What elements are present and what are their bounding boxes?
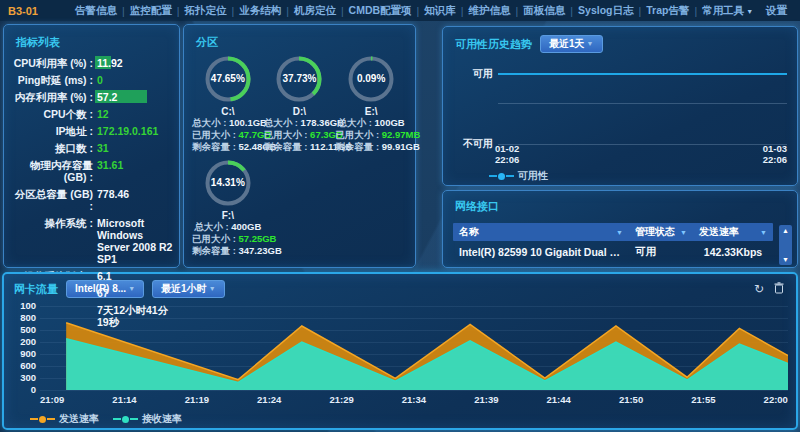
partition-row-label: 已用大小 : [264,129,310,140]
partition-percent: 37.73% [273,73,325,84]
metric-label: 操作系统 : [10,217,97,229]
partition-donut-chart: 47.65% [202,53,254,105]
nav-item-5[interactable]: CMDB配置项 [344,4,417,18]
dashboard: B3-01 告警信息|监控配置|拓扑定位|业务结构|机房定位|CMDB配置项|知… [0,0,800,432]
metric-label: IP地址 : [10,125,97,137]
availability-panel-title: 可用性历史趋势 [455,37,532,52]
metric-value: 31 [97,142,173,154]
scroll-up-icon[interactable]: ▲ [782,227,789,234]
partition-used-row: 已用大小 : 57.25GB [192,233,264,245]
nav-item-settings[interactable]: 设置 [758,4,792,18]
column-header-label: 管理状态 [635,225,675,239]
metrics-panel: 指标列表 CPU利用率 (%) :11.92Ping时延 (ms) :0内存利用… [3,24,180,268]
refresh-icon[interactable]: ↻ [754,283,764,295]
x-tick-label: 21:24 [257,394,281,405]
metric-label: 接口数 : [10,142,97,154]
scroll-down-icon[interactable]: ▼ [782,256,789,263]
y-tick-label: 800 [8,313,36,323]
traffic-range-label: 最近1小时 [161,283,207,295]
table-scrollbar[interactable]: ▲ ▼ [779,225,792,265]
partition-card-2: 0.09%E:\总大小 : 100GB已用大小 : 92.97MB剩余容量 : … [335,53,407,153]
traffic-range-dropdown[interactable]: 最近1小时 ▼ [152,280,225,298]
nav-item-10[interactable]: Trap告警 [641,4,694,18]
interfaces-table: 名称▼管理状态▼发送速率▼Intel(R) 82599 10 Gigabit D… [453,223,773,263]
traffic-legend-item-1[interactable]: 接收速率 [113,412,182,426]
x-tick-label: 21:44 [547,394,571,405]
partition-row-value: 347.23GB [238,245,281,256]
legend-line-icon [489,175,497,177]
partition-row-label: 已用大小 : [335,129,381,140]
partition-row-value: 400GB [231,221,261,232]
column-header-0[interactable]: 名称▼ [453,225,629,239]
metric-row-4: IP地址 :172.19.0.161 [10,125,173,137]
partition-percent: 14.31% [202,177,254,188]
metric-value-text: 67 [97,287,109,299]
metric-row-7: 分区总容量 (GB) :778.46 [10,188,173,212]
partition-card-0: 47.65%C:\总大小 : 100.1GB已用大小 : 47.7GB剩余容量 … [192,53,264,153]
partition-percent: 0.09% [345,73,397,84]
nav-item-3[interactable]: 业务结构 [234,4,286,18]
y-tick-label: 500 [8,325,36,335]
trash-icon[interactable] [774,282,784,296]
availability-x-end: 01-0322:06 [763,143,787,165]
partition-free-row: 剩余容量 : 347.23GB [192,245,264,257]
traffic-chart [40,306,788,390]
availability-up-label: 可用 [453,67,498,81]
nav-item-4[interactable]: 机房定位 [289,4,341,18]
metric-label: CPU个数 : [10,108,97,120]
nav-item-tools[interactable]: 常用工具▼ [697,4,758,18]
metric-value-text: 12 [97,108,109,120]
partition-total-row: 总大小 : 178.36GB [264,117,336,129]
nav-item-1[interactable]: 监控配置 [125,4,177,18]
chevron-down-icon: ▼ [128,283,135,295]
column-header-2[interactable]: 发送速率▼ [693,225,773,239]
partitions-panel: 分区 47.65%C:\总大小 : 100.1GB已用大小 : 47.7GB剩余… [183,24,416,268]
availability-legend-item[interactable]: 可用性 [489,169,548,183]
interface-row-0[interactable]: Intel(R) 82599 10 Gigabit Dual Port Netw… [453,241,773,263]
partition-donut-chart: 14.31% [202,157,254,209]
availability-range-label: 最近1天 [549,38,585,50]
nav-item-2[interactable]: 拓扑定位 [179,4,231,18]
partition-percent: 47.65% [202,73,254,84]
metric-row-1: Ping时延 (ms) :0 [10,74,173,86]
metric-value-text: 172.19.0.161 [97,125,158,137]
interface-name: Intel(R) 82599 10 Gigabit Dual Port Netw… [453,246,629,258]
interface-status: 可用 [629,245,693,259]
interfaces-panel: 网络接口 名称▼管理状态▼发送速率▼Intel(R) 82599 10 Giga… [442,190,798,268]
x-tick-label: 21:55 [691,394,715,405]
availability-panel: 可用性历史趋势 最近1天 ▼ 可用 不可用 01-0222:06 01-0322… [442,26,798,186]
metric-value: 11.92 [97,57,173,69]
metric-row-6: 物理内存容量 (GB) :31.61 [10,159,173,183]
partition-row-value: 92.97MB [382,129,421,140]
y-tick-label: 600 [8,361,36,371]
availability-up-row: 可用 [453,67,787,81]
legend-label: 接收速率 [142,412,182,426]
nav-item-0[interactable]: 告警信息 [70,4,122,18]
partition-row-value: 100GB [375,117,405,128]
nav-item-8[interactable]: 面板信息 [518,4,570,18]
availability-x-axis: 01-0222:06 01-0322:06 [495,143,787,165]
nav-item-6[interactable]: 知识库 [419,4,461,18]
y-tick-label: 200 [8,337,36,347]
availability-range-dropdown[interactable]: 最近1天 ▼ [540,35,603,53]
partition-name: E:\ [335,106,407,117]
traffic-legend-item-0[interactable]: 发送速率 [30,412,99,426]
partition-row-label: 剩余容量 : [264,141,310,152]
x-tick-label: 21:19 [185,394,209,405]
metric-value-text: 6.1 [97,270,112,282]
x-tick-label: 21:34 [402,394,426,405]
traffic-panel: 网卡流量 Intel(R) 8... ▼ 最近1小时 ▼ ↻ 100800500… [2,272,798,430]
nav-item-7[interactable]: 维护信息 [464,4,516,18]
x-tick-label: 21:39 [474,394,498,405]
partition-used-row: 已用大小 : 67.3GB [264,129,336,141]
column-header-1[interactable]: 管理状态▼ [629,225,693,239]
partition-name: D:\ [264,106,336,117]
metric-value: Microsoft Windows Server 2008 R2 SP1 [97,217,173,265]
nav-item-9[interactable]: Syslog日志 [573,4,638,18]
metric-value-text: 31.61 [97,159,123,171]
legend-dot-icon [122,416,129,423]
legend-label: 发送速率 [59,412,99,426]
top-nav: 告警信息|监控配置|拓扑定位|业务结构|机房定位|CMDB配置项|知识库|维护信… [70,4,792,18]
metric-value-text: 0 [97,74,103,86]
column-header-label: 发送速率 [699,225,739,239]
